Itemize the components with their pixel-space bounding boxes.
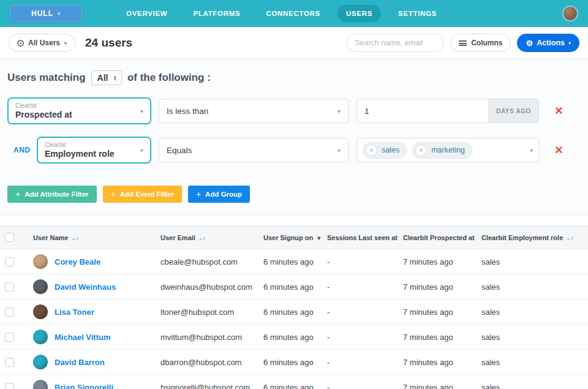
value-input-row1[interactable]: 1 DAYS AGO	[356, 99, 539, 123]
add-event-filter-button[interactable]: + Add Event Filter	[103, 186, 182, 203]
user-name-link[interactable]: Michael Vittum	[55, 333, 111, 342]
filter-heading: Users matching All ▲ ▼ of the following …	[7, 70, 581, 85]
main-nav: OVERVIEW PLATFORMS CONNECTORS USERS SETT…	[118, 5, 445, 22]
user-name-link[interactable]: Corey Beale	[55, 257, 100, 266]
column-header-user-signup-on[interactable]: User Signup on▼	[258, 226, 322, 249]
sort-arrows-icon[interactable]: ▲▼	[71, 236, 78, 241]
column-header-sessions-last-seen[interactable]: Sessions Last seen at▲▼	[322, 226, 398, 249]
brand-label: HULL	[31, 9, 53, 18]
operator-select-row1[interactable]: Is less than ▾	[159, 99, 349, 123]
attribute-name: Prospected at	[15, 110, 72, 119]
row-checkbox[interactable]	[5, 257, 14, 266]
tag-label: sales	[382, 146, 399, 154]
user-email: cbeale@hubspot.com	[156, 249, 258, 274]
row-checkbox[interactable]	[5, 358, 14, 367]
delete-filter-row1-button[interactable]: ×	[555, 104, 563, 118]
clearbit-prospected-at: 7 minutes ago	[398, 274, 477, 300]
nav-item-overview[interactable]: OVERVIEW	[118, 5, 176, 22]
toolbar-right-group: Columns ⚙ Actions ▾	[346, 34, 579, 52]
avatar	[33, 304, 48, 319]
attribute-select-employment-role[interactable]: Clearbit Employment role ▾	[37, 137, 151, 164]
tag-marketing: × marketing	[412, 142, 472, 159]
table-header-row: User Name▲▼ User Email▲▼ User Signup on▼…	[0, 226, 588, 249]
user-name-link[interactable]: Brian Signorelli	[55, 383, 113, 389]
nav-item-platforms[interactable]: PLATFORMS	[184, 5, 249, 22]
remove-tag-button[interactable]: ×	[366, 145, 377, 156]
segment-label: All Users	[28, 39, 60, 47]
chevron-down-icon: ▾	[337, 147, 341, 154]
caret-down-icon: ▾	[58, 11, 61, 17]
remove-tag-button[interactable]: ×	[415, 145, 427, 156]
sessions-last-seen: -	[322, 300, 398, 325]
match-mode-value: All	[97, 73, 108, 83]
column-header-user-name[interactable]: User Name▲▼	[28, 226, 156, 249]
column-header-clearbit-prospected-at[interactable]: Clearbit Prospected at▲▼	[398, 226, 477, 249]
clearbit-prospected-at: 7 minutes ago	[398, 325, 477, 350]
add-event-filter-label: Add Event Filter	[120, 191, 174, 198]
stepper-down-icon: ▼	[113, 78, 116, 81]
sort-arrows-icon[interactable]: ▲▼	[566, 236, 573, 241]
gear-icon: ⚙	[526, 39, 533, 47]
tag-label: marketing	[431, 146, 465, 154]
attribute-select-prospected-at[interactable]: Clearbit Prospected at ▾	[7, 97, 151, 124]
columns-button[interactable]: Columns	[450, 34, 511, 52]
clearbit-prospected-at: 7 minutes ago	[398, 375, 477, 389]
columns-label: Columns	[471, 39, 502, 47]
clearbit-prospected-at: 7 minutes ago	[398, 350, 477, 375]
user-signup: 6 minutes ago	[258, 325, 322, 350]
nav-item-settings[interactable]: SETTINGS	[390, 5, 445, 22]
avatar	[33, 254, 48, 269]
user-name-link[interactable]: David Barron	[55, 358, 105, 367]
select-all-checkbox[interactable]	[5, 233, 14, 242]
operator-select-row2[interactable]: Equals ▾	[159, 138, 349, 162]
chevron-down-icon: ▾	[530, 147, 533, 154]
table-row: Lisa Toner ltoner@hubspot.com 6 minutes …	[0, 300, 588, 325]
column-header-clearbit-employment-role[interactable]: Clearbit Employment role▲▼	[477, 226, 588, 249]
user-signup: 6 minutes ago	[258, 274, 322, 300]
sessions-last-seen: -	[322, 350, 398, 375]
add-group-button[interactable]: + Add Group	[188, 186, 250, 203]
user-email: mvittum@hubspot.com	[156, 325, 258, 350]
user-count: 24 users	[85, 36, 132, 50]
plus-icon: +	[15, 190, 20, 198]
unit-suffix: DAYS AGO	[488, 99, 538, 123]
column-header-user-email[interactable]: User Email▲▼	[156, 226, 258, 249]
avatar	[33, 330, 48, 344]
row-checkbox[interactable]	[5, 333, 14, 342]
actions-button[interactable]: ⚙ Actions ▾	[517, 34, 579, 52]
operator-value: Equals	[167, 146, 192, 155]
chevron-down-icon: ▾	[140, 108, 143, 115]
user-name-link[interactable]: Lisa Toner	[55, 308, 94, 317]
brand-menu-button[interactable]: HULL ▾	[10, 5, 82, 22]
user-email: dweinhaus@hubspot.com	[156, 274, 258, 300]
sort-desc-active-icon[interactable]: ▼	[316, 235, 322, 241]
add-attribute-filter-label: Add Attribute Filter	[24, 191, 88, 198]
user-avatar[interactable]	[562, 6, 578, 21]
nav-item-connectors[interactable]: CONNECTORS	[257, 5, 329, 22]
attribute-category: Clearbit	[15, 102, 72, 110]
search-input[interactable]	[346, 34, 444, 52]
user-email: dbarron@hubspot.com	[156, 350, 258, 375]
nav-item-users[interactable]: USERS	[337, 5, 381, 22]
match-mode-select[interactable]: All ▲ ▼	[91, 70, 122, 85]
sort-arrows-icon[interactable]: ▲▼	[198, 236, 206, 241]
chevron-down-icon: ▾	[140, 147, 143, 154]
row-checkbox[interactable]	[5, 308, 14, 317]
user-name-link[interactable]: David Weinhaus	[55, 282, 116, 292]
value-text: 1	[364, 107, 369, 116]
tags-input-row2[interactable]: × sales × marketing ▾	[356, 138, 539, 162]
user-email: ltoner@hubspot.com	[156, 300, 258, 325]
plus-icon: +	[196, 190, 201, 198]
table-row: Michael Vittum mvittum@hubspot.com 6 min…	[0, 325, 588, 350]
avatar	[33, 279, 48, 294]
segment-selector-button[interactable]: All Users ▾	[9, 34, 75, 52]
attribute-name: Employment role	[45, 149, 115, 159]
sessions-last-seen: -	[322, 325, 398, 350]
add-attribute-filter-button[interactable]: + Add Attribute Filter	[7, 186, 97, 203]
users-toolbar: All Users ▾ 24 users Columns ⚙ Actions ▾	[0, 27, 588, 59]
delete-filter-row2-button[interactable]: ×	[555, 143, 563, 157]
user-signup: 6 minutes ago	[258, 249, 322, 274]
row-checkbox[interactable]	[5, 282, 14, 292]
row-checkbox[interactable]	[5, 383, 14, 389]
clearbit-employment-role: sales	[477, 350, 588, 375]
